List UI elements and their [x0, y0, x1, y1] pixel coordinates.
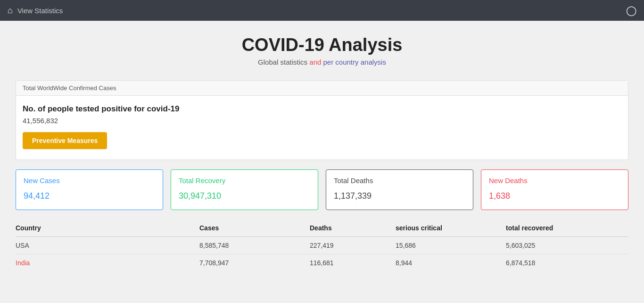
- col-header-country: Country: [16, 221, 199, 237]
- cell-deaths: 227,419: [310, 237, 396, 254]
- stat-value-new-cases: 94,412: [24, 191, 155, 201]
- stat-label-new-cases: New Cases: [24, 177, 155, 185]
- stats-row: New Cases 94,412 Total Recovery 30,947,3…: [16, 169, 628, 210]
- confirmed-card-body: No. of people tested positive for covid-…: [16, 96, 628, 160]
- confirmed-card: Total WorldWide Confirmed Cases No. of p…: [16, 80, 628, 160]
- stat-value-total-recovery: 30,947,310: [179, 191, 310, 201]
- col-header-cases: Cases: [199, 221, 310, 237]
- cell-cases: 8,585,748: [199, 237, 310, 254]
- stat-card-new-deaths: New Deaths 1,638: [481, 169, 628, 210]
- cell-country: USA: [16, 237, 199, 254]
- col-header-recovered: total recovered: [506, 221, 628, 237]
- table-row: USA 8,585,748 227,419 15,686 5,603,025: [16, 237, 628, 254]
- home-icon[interactable]: ⌂: [8, 6, 13, 16]
- github-icon[interactable]: ◯: [626, 5, 636, 16]
- cell-recovered: 6,874,518: [506, 254, 628, 272]
- subtitle-global: Global statistics: [258, 58, 309, 66]
- stat-card-total-deaths: Total Deaths 1,137,339: [326, 169, 473, 210]
- stat-label-total-recovery: Total Recovery: [179, 177, 310, 185]
- subtitle-and: and: [309, 58, 323, 66]
- cell-cases: 7,708,947: [199, 254, 310, 272]
- stat-label-new-deaths: New Deaths: [489, 177, 620, 185]
- table-header-row: Country Cases Deaths serious critical to…: [16, 221, 628, 237]
- stat-card-total-recovery: Total Recovery 30,947,310: [171, 169, 318, 210]
- table-row: India 7,708,947 116,681 8,944 6,874,518: [16, 254, 628, 272]
- page-title: COVID-19 Analysis: [16, 35, 628, 55]
- cell-serious: 15,686: [396, 237, 506, 254]
- table-header: Country Cases Deaths serious critical to…: [16, 221, 628, 237]
- cell-deaths: 116,681: [310, 254, 396, 272]
- confirmed-label: No. of people tested positive for covid-…: [23, 104, 621, 114]
- cell-country: India: [16, 254, 199, 272]
- navbar: ⌂ View Statistics ◯: [0, 0, 644, 21]
- subtitle-per: per country analysis: [323, 58, 386, 66]
- preventive-measures-button[interactable]: Preventive Measures: [23, 132, 107, 149]
- confirmed-number: 41,556,832: [23, 117, 621, 125]
- table-body: USA 8,585,748 227,419 15,686 5,603,025 I…: [16, 237, 628, 272]
- stat-value-total-deaths: 1,137,339: [334, 191, 465, 201]
- stat-card-new-cases: New Cases 94,412: [16, 169, 163, 210]
- confirmed-card-header: Total WorldWide Confirmed Cases: [16, 81, 628, 96]
- stat-value-new-deaths: 1,638: [489, 191, 620, 201]
- col-header-serious: serious critical: [396, 221, 506, 237]
- page-subtitle: Global statistics and per country analys…: [16, 58, 628, 66]
- navbar-title[interactable]: View Statistics: [17, 7, 63, 15]
- stat-label-total-deaths: Total Deaths: [334, 177, 465, 185]
- main-content: COVID-19 Analysis Global statistics and …: [6, 21, 638, 281]
- col-header-deaths: Deaths: [310, 221, 396, 237]
- cell-recovered: 5,603,025: [506, 237, 628, 254]
- navbar-left: ⌂ View Statistics: [8, 6, 63, 16]
- cell-serious: 8,944: [396, 254, 506, 272]
- country-table: Country Cases Deaths serious critical to…: [16, 221, 628, 271]
